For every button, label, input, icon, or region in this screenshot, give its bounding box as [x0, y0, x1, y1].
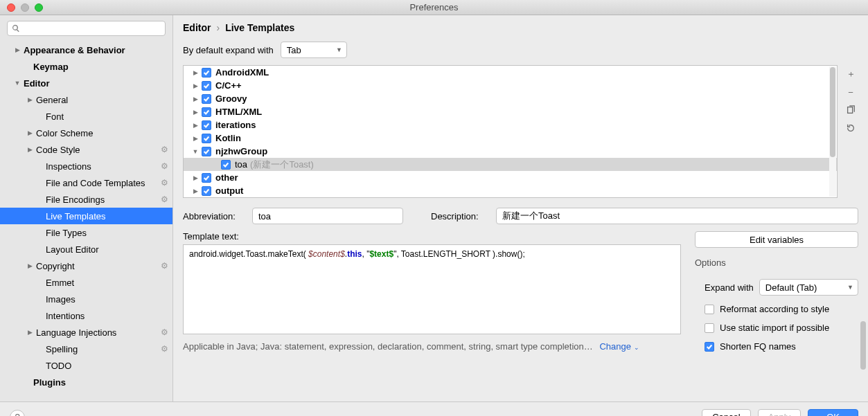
- template-text-editor[interactable]: android.widget.Toast.makeText( $content$…: [183, 244, 681, 334]
- sidebar-tree: ▶Appearance & BehaviorKeymap▼Editor▶Gene…: [0, 42, 172, 401]
- add-button[interactable]: ＋: [844, 68, 857, 80]
- template-checkbox[interactable]: [202, 68, 211, 78]
- description-input[interactable]: [496, 208, 858, 224]
- template-row-toa[interactable]: toa(新建一个Toast): [184, 158, 837, 171]
- sidebar-item-layout-editor[interactable]: Layout Editor: [0, 241, 172, 257]
- sidebar-item-label: Keymap: [33, 62, 168, 72]
- chevron-right-icon: ▶: [14, 46, 21, 53]
- chevron-down-icon: ▼: [336, 46, 342, 53]
- change-contexts-link[interactable]: Change ⌄: [599, 341, 639, 352]
- chevron-right-icon: ▶: [192, 96, 199, 102]
- template-suffix: (新建一个Toast): [250, 159, 314, 171]
- template-checkbox[interactable]: [202, 173, 211, 183]
- sidebar-item-copyright[interactable]: ▶Copyright⚙: [0, 257, 172, 274]
- sidebar-item-file-encodings[interactable]: File Encodings⚙: [0, 191, 172, 208]
- template-row-other[interactable]: ▶other: [184, 171, 837, 184]
- revert-icon[interactable]: [844, 122, 857, 134]
- sidebar-item-plugins[interactable]: Plugins: [0, 374, 172, 390]
- template-label: C/C++: [215, 80, 242, 91]
- template-checkbox[interactable]: [202, 120, 211, 130]
- sidebar-item-intentions[interactable]: Intentions: [0, 307, 172, 324]
- sidebar-item-keymap[interactable]: Keymap: [0, 58, 172, 75]
- footer: ? Cancel Apply OK: [0, 401, 868, 416]
- sidebar-search[interactable]: [7, 21, 166, 36]
- sidebar-item-file-types[interactable]: File Types: [0, 224, 172, 241]
- sidebar-item-general[interactable]: ▶General: [0, 91, 172, 108]
- cancel-button[interactable]: Cancel: [702, 409, 750, 417]
- template-checkbox[interactable]: [202, 81, 211, 91]
- window-minimize-button[interactable]: [21, 3, 29, 12]
- template-checkbox[interactable]: [221, 160, 231, 170]
- sidebar-item-label: File and Code Templates: [46, 178, 161, 188]
- template-row-njzhwgroup[interactable]: ▼njzhwGroup: [184, 145, 837, 158]
- static-import-checkbox[interactable]: [705, 323, 714, 333]
- template-checkbox[interactable]: [202, 107, 211, 117]
- template-row-androidxml[interactable]: ▶AndroidXML: [184, 66, 837, 79]
- sidebar-item-font[interactable]: Font: [0, 108, 172, 125]
- project-settings-icon: ⚙: [161, 327, 168, 337]
- templates-tree[interactable]: ▶AndroidXML▶C/C++▶Groovy▶HTML/XML▶iterat…: [183, 65, 838, 198]
- expand-with-select[interactable]: Default (Tab) ▼: [759, 279, 858, 296]
- sidebar-item-emmet[interactable]: Emmet: [0, 274, 172, 291]
- search-input[interactable]: [24, 24, 161, 33]
- template-checkbox[interactable]: [202, 186, 211, 196]
- sidebar: ▶Appearance & BehaviorKeymap▼Editor▶Gene…: [0, 15, 173, 401]
- sidebar-item-file-and-code-templates[interactable]: File and Code Templates⚙: [0, 174, 172, 191]
- edit-variables-button[interactable]: Edit variables: [695, 231, 858, 248]
- template-label: other: [215, 172, 238, 183]
- chevron-right-icon: ▶: [26, 262, 33, 269]
- template-row-plain[interactable]: ▶plain: [184, 197, 837, 198]
- sidebar-item-label: Appearance & Behavior: [24, 45, 168, 55]
- project-settings-icon: ⚙: [161, 161, 168, 171]
- sidebar-item-spelling[interactable]: Spelling⚙: [0, 341, 172, 357]
- sidebar-item-editor[interactable]: ▼Editor: [0, 75, 172, 91]
- template-checkbox[interactable]: [202, 147, 211, 156]
- chevron-right-icon: ▶: [192, 109, 199, 116]
- sidebar-item-live-templates[interactable]: Live Templates: [0, 208, 172, 224]
- shorten-fq-label: Shorten FQ names: [720, 341, 796, 352]
- template-label: njzhwGroup: [215, 146, 267, 156]
- template-checkbox[interactable]: [202, 94, 211, 104]
- reformat-label: Reformat according to style: [720, 304, 829, 314]
- options-label: Options: [695, 257, 858, 268]
- abbreviation-input[interactable]: [252, 208, 403, 224]
- tree-toolbar: ＋ −: [843, 65, 858, 198]
- sidebar-item-language-injections[interactable]: ▶Language Injections⚙: [0, 324, 172, 341]
- chevron-right-icon: ▶: [26, 129, 33, 136]
- sidebar-item-label: File Types: [46, 228, 168, 238]
- sidebar-item-inspections[interactable]: Inspections⚙: [0, 158, 172, 174]
- help-button[interactable]: ?: [10, 410, 25, 417]
- window-zoom-button[interactable]: [35, 3, 43, 12]
- template-row-html-xml[interactable]: ▶HTML/XML: [184, 105, 837, 118]
- sidebar-item-color-scheme[interactable]: ▶Color Scheme: [0, 125, 172, 141]
- window-title: Preferences: [409, 2, 458, 12]
- shorten-fq-checkbox[interactable]: [705, 342, 714, 352]
- main-scrollbar[interactable]: [858, 15, 868, 386]
- breadcrumb: Editor › Live Templates: [173, 15, 868, 37]
- reformat-checkbox[interactable]: [705, 305, 714, 314]
- window-close-button[interactable]: [7, 3, 15, 12]
- tree-scrollbar[interactable]: [829, 66, 836, 197]
- sidebar-item-images[interactable]: Images: [0, 291, 172, 307]
- template-row-output[interactable]: ▶output: [184, 184, 837, 197]
- default-expand-select[interactable]: Tab ▼: [281, 42, 347, 58]
- remove-button[interactable]: −: [844, 86, 857, 98]
- chevron-right-icon: ▶: [192, 122, 199, 129]
- ok-button[interactable]: OK: [808, 409, 858, 417]
- template-row-kotlin[interactable]: ▶Kotlin: [184, 132, 837, 145]
- breadcrumb-sep: ›: [216, 22, 220, 33]
- template-text-label: Template text:: [183, 231, 681, 242]
- sidebar-item-code-style[interactable]: ▶Code Style⚙: [0, 141, 172, 158]
- template-label: Groovy: [215, 93, 247, 104]
- template-row-iterations[interactable]: ▶iterations: [184, 118, 837, 132]
- template-row-c-c-[interactable]: ▶C/C++: [184, 79, 837, 92]
- template-row-groovy[interactable]: ▶Groovy: [184, 92, 837, 105]
- duplicate-icon[interactable]: [844, 104, 857, 116]
- template-checkbox[interactable]: [202, 134, 211, 143]
- chevron-right-icon: ▶: [192, 174, 199, 181]
- template-label: HTML/XML: [215, 107, 262, 117]
- chevron-right-icon: ▶: [26, 146, 33, 153]
- apply-button[interactable]: Apply: [758, 409, 801, 417]
- sidebar-item-todo[interactable]: TODO: [0, 357, 172, 374]
- sidebar-item-appearance-behavior[interactable]: ▶Appearance & Behavior: [0, 42, 172, 58]
